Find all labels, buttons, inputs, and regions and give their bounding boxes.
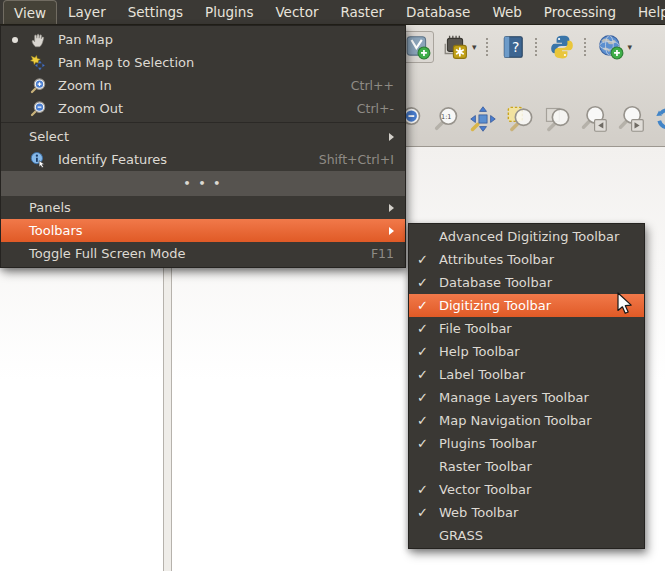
submenu-item-attributes-toolbar[interactable]: ✓ Attributes Toolbar	[409, 248, 644, 271]
qgis-window: ▾	[0, 0, 665, 571]
submenu-item-database-toolbar[interactable]: ✓ Database Toolbar	[409, 271, 644, 294]
help-contents-button[interactable]	[500, 34, 526, 60]
shortcut-label: Ctrl+-	[357, 101, 394, 116]
submenu-item-vector-toolbar[interactable]: ✓ Vector Toolbar	[409, 478, 644, 501]
submenu-item-advanced-digitizing-toolbar[interactable]: Advanced Digitizing Toolbar	[409, 225, 644, 248]
check-icon: ✓	[417, 413, 439, 428]
check-icon: ✓	[417, 390, 439, 405]
menu-item-pan-map-to-selection[interactable]: Pan Map to Selection	[1, 51, 405, 74]
menubar: View Layer Settings Plugins Vector Raste…	[0, 0, 665, 25]
menubar-item-help[interactable]: Help	[627, 0, 665, 24]
add-wms-layer-button[interactable]: ▾	[598, 34, 633, 60]
submenu-item-map-navigation-toolbar[interactable]: ✓ Map Navigation Toolbar	[409, 409, 644, 432]
menubar-item-vector[interactable]: Vector	[264, 0, 329, 24]
submenu-item-label-toolbar[interactable]: ✓ Label Toolbar	[409, 363, 644, 386]
toolbars-submenu: Advanced Digitizing Toolbar ✓ Attributes…	[408, 223, 645, 549]
menubar-item-plugins[interactable]: Plugins	[194, 0, 264, 24]
submenu-item-plugins-toolbar[interactable]: ✓ Plugins Toolbar	[409, 432, 644, 455]
check-icon: ✓	[417, 505, 439, 520]
add-delimited-text-layer-button[interactable]: CSV	[640, 34, 665, 60]
submenu-item-grass[interactable]: GRASS	[409, 524, 644, 547]
menu-item-select[interactable]: Select	[1, 125, 405, 148]
menubar-item-view[interactable]: View	[3, 0, 57, 24]
submenu-item-raster-toolbar[interactable]: Raster Toolbar	[409, 455, 644, 478]
new-shapefile-layer-button[interactable]	[402, 31, 434, 63]
view-menu: Pan Map Pan Map to Selection Zoom In Ctr…	[0, 25, 406, 268]
check-icon: ✓	[417, 482, 439, 497]
zoom-last-button[interactable]	[580, 105, 608, 133]
chevron-down-icon[interactable]: ▾	[472, 42, 477, 52]
submenu-item-web-toolbar[interactable]: ✓ Web Toolbar	[409, 501, 644, 524]
menu-item-panels[interactable]: Panels	[1, 196, 405, 219]
submenu-item-digitizing-toolbar[interactable]: ✓ Digitizing Toolbar	[409, 294, 644, 317]
zoom-next-button[interactable]	[617, 105, 645, 133]
menu-item-pan-map[interactable]: Pan Map	[1, 28, 405, 51]
menubar-item-settings[interactable]: Settings	[117, 0, 194, 24]
check-icon: ✓	[417, 275, 439, 290]
toolbar-row-plugins-web: ▾	[402, 30, 665, 64]
zoom-to-selection-button[interactable]	[506, 105, 534, 133]
check-icon: ✓	[417, 344, 439, 359]
python-console-button[interactable]	[549, 34, 575, 60]
zoom-ratio-badge: 1:1	[441, 113, 451, 121]
toolbar-separator	[535, 38, 540, 56]
menubar-item-raster[interactable]: Raster	[329, 0, 395, 24]
menu-item-toolbars[interactable]: Toolbars	[1, 219, 405, 242]
mouse-cursor-icon	[613, 292, 635, 316]
check-icon: ✓	[417, 367, 439, 382]
shortcut-label: F11	[371, 246, 394, 261]
menubar-item-layer[interactable]: Layer	[57, 0, 117, 24]
refresh-map-button[interactable]	[654, 105, 665, 133]
submenu-item-help-toolbar[interactable]: ✓ Help Toolbar	[409, 340, 644, 363]
menu-item-zoom-out[interactable]: Zoom Out Ctrl+-	[1, 97, 405, 120]
menu-item-toggle-full-screen-mode[interactable]: Toggle Full Screen Mode F11	[1, 242, 405, 265]
check-icon: ✓	[417, 436, 439, 451]
submenu-item-file-toolbar[interactable]: ✓ File Toolbar	[409, 317, 644, 340]
toolbar-separator	[486, 38, 491, 56]
menu-item-zoom-in[interactable]: Zoom In Ctrl++	[1, 74, 405, 97]
zoom-actual-size-button[interactable]: 1:1	[432, 105, 460, 133]
radio-indicator-icon	[12, 37, 18, 43]
submenu-item-manage-layers-toolbar[interactable]: ✓ Manage Layers Toolbar	[409, 386, 644, 409]
chevron-down-icon[interactable]: ▾	[628, 42, 633, 52]
check-icon: ✓	[417, 298, 439, 313]
processing-toolbox-button[interactable]: ▾	[442, 34, 477, 60]
check-icon: ✓	[417, 252, 439, 267]
zoom-full-extent-button[interactable]	[469, 105, 497, 133]
toolbar-row-map-navigation: 1:1	[395, 102, 665, 136]
menubar-item-database[interactable]: Database	[395, 0, 481, 24]
shortcut-label: Shift+Ctrl+I	[319, 152, 394, 167]
zoom-to-layer-button[interactable]	[543, 105, 571, 133]
shortcut-label: Ctrl++	[351, 78, 394, 93]
menubar-item-web[interactable]: Web	[481, 0, 532, 24]
menu-item-identify-features[interactable]: Identify Features Shift+Ctrl+I	[1, 148, 405, 171]
menubar-item-processing[interactable]: Processing	[533, 0, 627, 24]
check-icon: ✓	[417, 321, 439, 336]
toolbar-separator	[584, 38, 589, 56]
menu-scroll-indicator: • • •	[1, 171, 405, 196]
